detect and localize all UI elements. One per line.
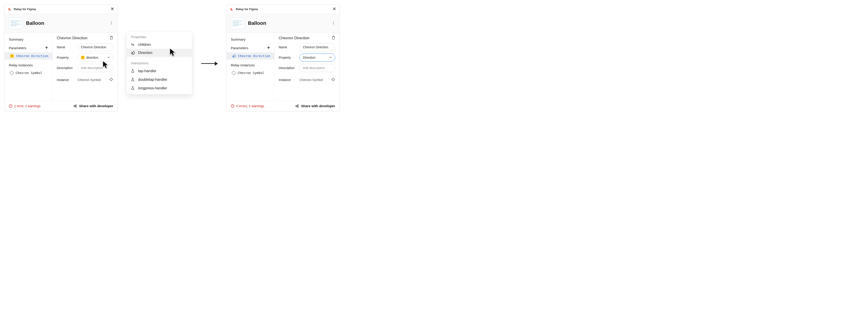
component-title: Balloon: [26, 20, 106, 26]
titlebar: Relay for Figma: [227, 5, 339, 14]
sidebar-parameters-header: Parameters: [227, 43, 274, 53]
warning-badge-icon: !: [10, 54, 14, 58]
transition-arrow: [201, 63, 217, 64]
brand-icon: [8, 8, 12, 11]
sidebar-summary[interactable]: Summary: [227, 35, 274, 43]
add-parameter-icon[interactable]: [267, 46, 270, 50]
share-button[interactable]: Share with developer: [73, 104, 113, 108]
sidebar-instances-header: Relay instances: [227, 61, 274, 69]
kebab-icon[interactable]: [332, 21, 335, 26]
svg-point-13: [332, 78, 334, 80]
panel-after: Relay for Figma Balloon Summary Paramete…: [226, 4, 340, 111]
instance-name: Chevron Symbol: [238, 71, 264, 75]
popup-item-label: tap-handler: [138, 69, 156, 73]
children-icon: [131, 43, 135, 47]
sidebar: Summary Parameters ! Chevron Direction R…: [5, 33, 53, 101]
svg-point-11: [333, 23, 334, 23]
sidebar-parameter-item[interactable]: ! Chevron Direction: [5, 53, 53, 60]
svg-point-2: [111, 23, 112, 23]
description-label: Description: [279, 66, 297, 70]
sidebar-summary[interactable]: Summary: [5, 35, 53, 43]
popup-item-doubletap-handler[interactable]: doubletap-handler: [127, 75, 192, 84]
parameter-name: Chevron Direction: [238, 54, 270, 58]
share-icon: [73, 104, 77, 108]
status-text: 1 error, 2 warnings: [14, 104, 40, 108]
arrow-right-icon: [201, 63, 217, 64]
details-pane: Chevron Direction Name Chevron Direction…: [53, 33, 117, 101]
svg-point-3: [111, 24, 112, 24]
component-header: Balloon: [5, 14, 117, 33]
instance-value: Chevron Symbol: [78, 78, 101, 82]
brand-text: Relay for Figma: [236, 7, 331, 11]
instance-name: Chevron Symbol: [16, 71, 42, 75]
name-input[interactable]: Chevron Direction: [78, 43, 113, 51]
svg-point-4: [110, 78, 112, 80]
share-label: Share with developer: [301, 104, 335, 108]
panel-before: Relay for Figma Balloon Summary Paramete…: [4, 4, 118, 111]
name-label: Name: [57, 45, 75, 49]
property-dropdown: Properties children Direction Interactio…: [127, 32, 192, 94]
popup-item-children[interactable]: children: [127, 41, 192, 49]
svg-point-1: [111, 22, 112, 22]
sidebar-instances-header: Relay instances: [5, 61, 53, 69]
parameters-label: Parameters: [231, 46, 248, 50]
description-input[interactable]: Add description: [300, 64, 335, 72]
sidebar-instance-item[interactable]: Chevron Symbol: [227, 69, 274, 76]
description-input[interactable]: Add description: [78, 64, 113, 72]
component-thumbnail: [231, 18, 244, 29]
component-header: Balloon: [227, 14, 339, 33]
locate-icon[interactable]: [331, 77, 335, 82]
component-thumbnail: [9, 18, 22, 29]
details-title: Chevron Direction: [57, 36, 88, 40]
parameters-label: Parameters: [9, 46, 26, 50]
status-indicator[interactable]: 1 error, 2 warnings: [9, 104, 40, 108]
popup-interactions-label: Interactions: [127, 58, 192, 67]
svg-point-12: [333, 24, 334, 24]
popup-item-label: Direction: [138, 51, 152, 55]
direction-icon: [131, 51, 135, 55]
close-icon[interactable]: [111, 7, 114, 11]
parameter-name: Chevron Direction: [16, 54, 49, 58]
popup-item-direction[interactable]: Direction: [127, 49, 192, 57]
svg-point-16: [298, 105, 298, 106]
brand-text: Relay for Figma: [14, 7, 109, 11]
locate-icon[interactable]: [109, 77, 113, 82]
name-label: Name: [279, 45, 297, 49]
name-input[interactable]: Chevron Direction: [300, 43, 335, 51]
instance-label: Instance: [57, 78, 75, 82]
tap-icon: [131, 69, 135, 73]
svg-point-10: [333, 22, 334, 22]
close-icon[interactable]: [333, 7, 336, 11]
popup-item-tap-handler[interactable]: tap-handler: [127, 67, 192, 75]
delete-icon[interactable]: [332, 36, 335, 40]
popup-properties-label: Properties: [127, 32, 192, 41]
chevron-down-icon: [107, 56, 110, 59]
component-title: Balloon: [248, 20, 328, 26]
popup-item-label: longpress-handler: [138, 86, 167, 90]
delete-icon[interactable]: [110, 36, 113, 40]
details-title: Chevron Direction: [279, 36, 309, 40]
status-indicator[interactable]: 0 errors, 2 warnings: [231, 104, 264, 108]
details-pane: Chevron Direction Name Chevron Direction…: [275, 33, 339, 101]
add-parameter-icon[interactable]: [45, 46, 49, 50]
popup-item-longpress-handler[interactable]: longpress-handler: [127, 84, 192, 94]
property-select[interactable]: ! direction: [78, 54, 113, 62]
svg-point-8: [75, 106, 76, 107]
property-value: Direction: [303, 56, 315, 59]
chevron-down-icon: [329, 56, 332, 59]
instance-label: Instance: [279, 78, 297, 82]
kebab-icon[interactable]: [110, 21, 113, 26]
sidebar-instance-item[interactable]: Chevron Symbol: [5, 69, 53, 76]
sidebar-parameter-item[interactable]: Chevron Direction: [227, 53, 274, 60]
description-label: Description: [57, 66, 75, 70]
tap-icon: [131, 77, 135, 82]
svg-point-0: [8, 8, 10, 9]
property-label: Property: [279, 56, 297, 59]
share-icon: [295, 104, 299, 108]
footer: 0 errors, 2 warnings Share with develope…: [227, 101, 339, 111]
warning-badge-icon: !: [81, 56, 85, 59]
share-button[interactable]: Share with developer: [295, 104, 335, 108]
property-select[interactable]: Direction: [300, 54, 335, 62]
svg-point-9: [230, 8, 232, 9]
property-label: Property: [57, 56, 75, 59]
